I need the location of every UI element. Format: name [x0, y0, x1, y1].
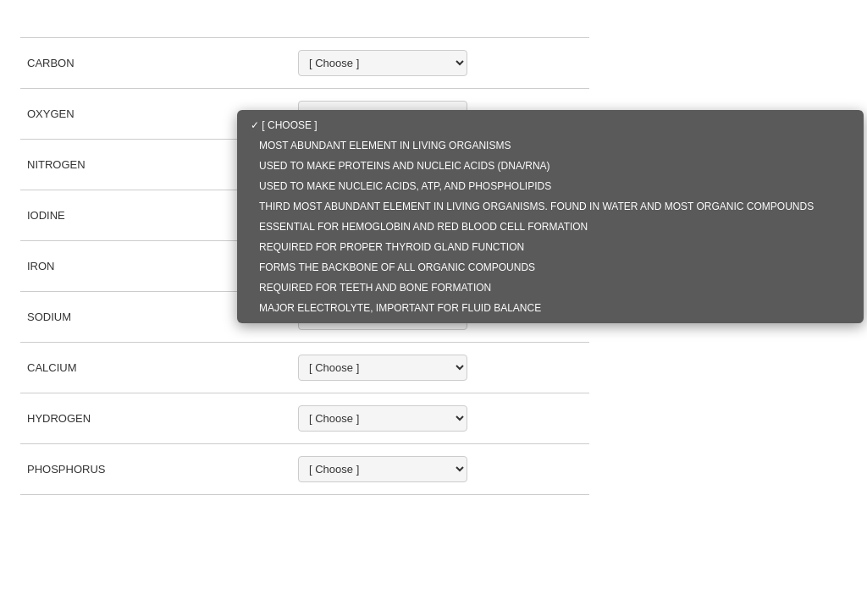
dropdown-item-opt-choose[interactable]: [ Choose ] [237, 115, 864, 135]
select-cell-phosphorus: [ Choose ]MOST ABUNDANT ELEMENT IN LIVIN… [291, 444, 589, 495]
table-row: PHOSPHORUS[ Choose ]MOST ABUNDANT ELEMEN… [20, 444, 589, 495]
select-cell-carbon: [ Choose ]MOST ABUNDANT ELEMENT IN LIVIN… [291, 38, 589, 89]
dropdown-item-opt-6[interactable]: REQUIRED FOR PROPER THYROID GLAND FUNCTI… [237, 237, 864, 257]
element-label-carbon: CARBON [20, 38, 291, 89]
element-label-hydrogen: HYDROGEN [20, 393, 291, 444]
choose-select-hydrogen[interactable]: [ Choose ]MOST ABUNDANT ELEMENT IN LIVIN… [298, 405, 467, 432]
select-cell-calcium: [ Choose ]MOST ABUNDANT ELEMENT IN LIVIN… [291, 343, 589, 393]
dropdown-item-opt-1[interactable]: MOST ABUNDANT ELEMENT IN LIVING ORGANISM… [237, 135, 864, 156]
dropdown-item-opt-2[interactable]: USED TO MAKE PROTEINS AND NUCLEIC ACIDS … [237, 156, 864, 176]
dropdown-item-opt-5[interactable]: ESSENTIAL FOR HEMOGLOBIN AND RED BLOOD C… [237, 217, 864, 237]
dropdown-item-opt-8[interactable]: REQUIRED FOR TEETH AND BONE FORMATION [237, 278, 864, 298]
select-cell-hydrogen: [ Choose ]MOST ABUNDANT ELEMENT IN LIVIN… [291, 393, 589, 444]
choose-select-calcium[interactable]: [ Choose ]MOST ABUNDANT ELEMENT IN LIVIN… [298, 355, 467, 381]
element-label-phosphorus: PHOSPHORUS [20, 444, 291, 495]
element-label-calcium: CALCIUM [20, 343, 291, 393]
table-row: CALCIUM[ Choose ]MOST ABUNDANT ELEMENT I… [20, 343, 589, 393]
choose-select-carbon[interactable]: [ Choose ]MOST ABUNDANT ELEMENT IN LIVIN… [298, 50, 467, 76]
dropdown-item-opt-7[interactable]: FORMS THE BACKBONE OF ALL ORGANIC COMPOU… [237, 257, 864, 278]
choose-select-phosphorus[interactable]: [ Choose ]MOST ABUNDANT ELEMENT IN LIVIN… [298, 456, 467, 482]
dropdown-overlay[interactable]: [ Choose ]MOST ABUNDANT ELEMENT IN LIVIN… [237, 110, 864, 323]
table-row: CARBON[ Choose ]MOST ABUNDANT ELEMENT IN… [20, 38, 589, 89]
dropdown-item-opt-4[interactable]: THIRD MOST ABUNDANT ELEMENT IN LIVING OR… [237, 196, 864, 217]
table-row: HYDROGEN[ Choose ]MOST ABUNDANT ELEMENT … [20, 393, 589, 444]
dropdown-item-opt-3[interactable]: USED TO MAKE NUCLEIC ACIDS, ATP, AND PHO… [237, 176, 864, 196]
page-container: CARBON[ Choose ]MOST ABUNDANT ELEMENT IN… [0, 0, 610, 512]
dropdown-item-opt-9[interactable]: MAJOR ELECTROLYTE, IMPORTANT FOR FLUID B… [237, 298, 864, 318]
